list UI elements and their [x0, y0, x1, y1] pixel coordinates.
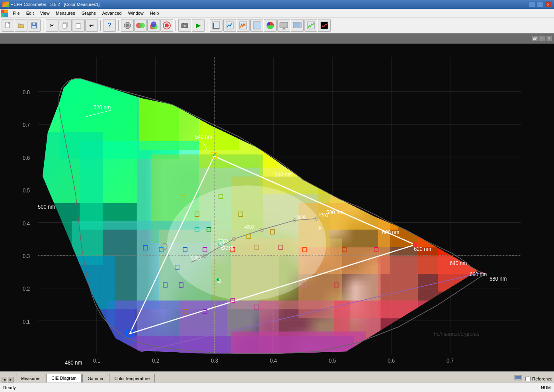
num-lock-indicator: NUM — [541, 385, 551, 390]
svg-text:0.1: 0.1 — [93, 357, 100, 364]
status-text: Ready — [3, 385, 16, 390]
save-button[interactable] — [28, 19, 41, 32]
svg-text:560 nm: 560 nm — [275, 171, 292, 178]
graph8-button[interactable] — [304, 19, 317, 32]
help-button[interactable]: ? — [103, 19, 116, 32]
svg-text:0.7: 0.7 — [23, 122, 30, 128]
sep2 — [100, 20, 101, 31]
measure1-button[interactable] — [121, 19, 134, 32]
menu-advanced[interactable]: Advanced — [99, 9, 125, 17]
svg-text:500 nm: 500 nm — [38, 204, 55, 210]
titlebar-controls: – □ ✕ — [529, 1, 552, 8]
titlebar: HCFR Colorimeter - 3.5.2 - [Color Measur… — [0, 0, 554, 9]
svg-rect-1 — [4, 10, 8, 13]
svg-text:600 nm: 600 nm — [382, 229, 399, 235]
file-tools — [2, 19, 41, 32]
sep1 — [43, 20, 43, 31]
play-button[interactable]: ▶ — [192, 19, 205, 32]
app-icon — [2, 2, 9, 7]
graph5-button[interactable] — [264, 19, 277, 32]
copy-button[interactable] — [59, 19, 72, 32]
svg-text:0.2: 0.2 — [23, 286, 30, 292]
measure-tools — [121, 19, 173, 32]
mdi-restore-button[interactable]: 🗗 — [532, 36, 538, 41]
menu-view[interactable]: View — [37, 9, 53, 17]
screenshot-button[interactable] — [178, 19, 191, 32]
graph3-button[interactable] — [237, 19, 250, 32]
reference-checkbox[interactable] — [525, 376, 531, 381]
maximize-button[interactable]: □ — [536, 1, 544, 8]
reference-label: Reference — [532, 376, 552, 381]
menubar: File Edit View Measures Graphs Advanced … — [0, 9, 554, 17]
svg-rect-39 — [294, 23, 300, 27]
paste-button[interactable] — [72, 19, 85, 32]
menu-edit[interactable]: Edit — [23, 9, 37, 17]
measure2-button[interactable] — [134, 19, 147, 32]
svg-text:hcfr.sourceforge.net: hcfr.sourceforge.net — [434, 331, 480, 337]
svg-point-156 — [216, 278, 219, 281]
tab-color-temperature[interactable]: Color temperature — [109, 374, 155, 382]
mdi-minimize-button[interactable]: – — [539, 36, 545, 41]
menu-measures[interactable]: Measures — [53, 9, 78, 17]
svg-text:520 nm: 520 nm — [94, 104, 111, 111]
svg-text:0.7: 0.7 — [447, 357, 454, 364]
tab-right-area: Reference — [514, 375, 552, 382]
sep3 — [118, 20, 119, 31]
statusbar: Ready NUM — [0, 382, 554, 392]
measure3-button[interactable] — [147, 19, 160, 32]
graph7-button[interactable] — [291, 19, 304, 32]
svg-text:0.6: 0.6 — [388, 357, 395, 364]
tab-gamma[interactable]: Gamma — [82, 374, 108, 382]
svg-text:0.8: 0.8 — [23, 89, 30, 95]
svg-point-26 — [184, 25, 185, 27]
menu-help[interactable]: Help — [147, 9, 162, 17]
svg-point-15 — [126, 24, 129, 27]
svg-text:0.1: 0.1 — [23, 318, 30, 325]
svg-text:4000: 4000 — [244, 224, 254, 230]
svg-point-17 — [139, 23, 145, 28]
svg-text:640 nm: 640 nm — [450, 260, 467, 266]
minimize-button[interactable]: – — [529, 1, 536, 8]
svg-text:5500: 5500 — [218, 239, 228, 244]
tab-cie[interactable]: CIE Diagram — [46, 374, 82, 382]
open-button[interactable] — [15, 19, 27, 32]
measure4-button[interactable] — [160, 19, 173, 32]
svg-text:A: A — [318, 225, 322, 231]
svg-text:620 nm: 620 nm — [414, 246, 431, 252]
edit-tools: ✂ ↩ — [46, 19, 98, 32]
svg-text:9300: 9300 — [191, 255, 201, 261]
mdi-controls: 🗗 – ✕ — [532, 36, 552, 41]
menu-window[interactable]: Window — [125, 9, 147, 17]
sep4 — [176, 20, 176, 31]
new-button[interactable] — [2, 19, 14, 32]
svg-text:D65: D65 — [225, 245, 233, 250]
close-button[interactable]: ✕ — [544, 1, 552, 8]
undo-button[interactable]: ↩ — [85, 19, 98, 32]
svg-point-20 — [151, 21, 156, 27]
graph6-button[interactable] — [277, 19, 290, 32]
graph1-button[interactable] — [210, 19, 222, 32]
tab-navigation: ◄ ► — [2, 377, 14, 382]
svg-text:0.3: 0.3 — [23, 253, 30, 259]
svg-rect-11 — [63, 23, 66, 28]
menu-file[interactable]: File — [10, 9, 23, 17]
svg-text:480 nm: 480 nm — [65, 360, 82, 366]
window-title: HCFR Colorimeter - 3.5.2 - [Color Measur… — [10, 2, 99, 7]
reference-checkbox-area: Reference — [525, 376, 552, 381]
svg-text:0.5: 0.5 — [23, 188, 30, 194]
svg-rect-13 — [76, 24, 81, 28]
svg-rect-2 — [1, 13, 4, 17]
cut-button[interactable]: ✂ — [46, 19, 59, 32]
mdi-close-button[interactable]: ✕ — [546, 36, 552, 41]
tab-prev-button[interactable]: ◄ — [2, 377, 7, 382]
graph9-button[interactable] — [318, 19, 331, 32]
graph2-button[interactable] — [223, 19, 236, 32]
tab-icon — [514, 375, 522, 382]
titlebar-left: HCFR Colorimeter - 3.5.2 - [Color Measur… — [2, 2, 99, 7]
graph4-button[interactable] — [250, 19, 263, 32]
tab-next-button[interactable]: ► — [8, 377, 14, 382]
menu-graphs[interactable]: Graphs — [78, 9, 99, 17]
tab-measures[interactable]: Measures — [16, 374, 45, 382]
svg-rect-33 — [254, 22, 261, 29]
svg-rect-9 — [32, 26, 36, 28]
